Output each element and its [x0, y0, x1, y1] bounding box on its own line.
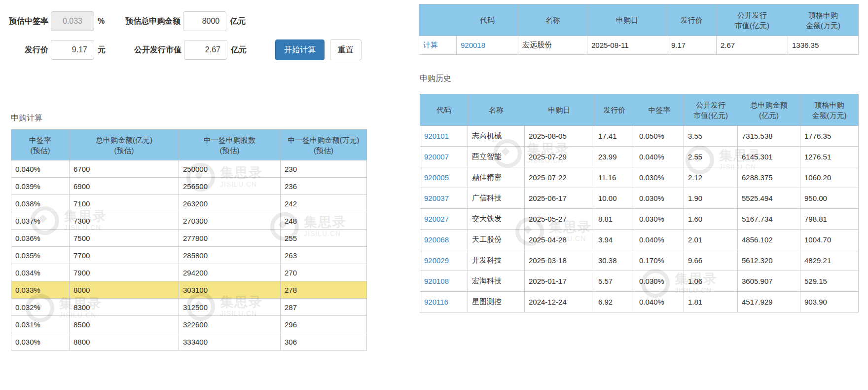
cell: 5167.734 [738, 209, 800, 230]
cell: 920068 [420, 230, 468, 250]
cell: 6145.301 [738, 147, 800, 167]
cell: 4856.102 [738, 230, 800, 250]
cell: 1.90 [684, 188, 738, 209]
table-row: 0.036%7500277800255 [11, 230, 367, 247]
cell: 1276.51 [800, 147, 859, 167]
cell: 2025-06-17 [525, 188, 594, 209]
cell: 287 [281, 299, 367, 316]
cell: 270 [281, 264, 367, 281]
column-header: 发行价 [594, 94, 635, 126]
column-header: 申购日 [525, 94, 594, 126]
total-subscription-input[interactable] [183, 11, 226, 31]
cell: 0.034% [11, 264, 70, 281]
public-mktcap-input[interactable] [184, 40, 227, 60]
cell: 920029 [420, 250, 468, 271]
cell: 920007 [420, 147, 468, 167]
column-header: 中签率(预估) [11, 130, 70, 160]
public-mktcap-suffix: 亿元 [231, 45, 247, 55]
cell: 4829.21 [800, 250, 859, 271]
cell: 322600 [179, 316, 281, 333]
ipo-calculator-page: 预估中签率 % 预估总申购金额 亿元 发行价 元 公开发行市值 亿元 开始计算 … [0, 0, 868, 390]
cell: 2.55 [684, 147, 738, 167]
cell: 242 [281, 195, 367, 212]
cell: 9.17 [667, 36, 717, 55]
column-header: 中一签申购股数(预估) [179, 130, 281, 160]
table-row: 920101志高机械2025-08-0517.410.050%3.557315.… [420, 126, 859, 147]
cell: 5.57 [594, 271, 635, 292]
stock-code-link[interactable]: 920029 [424, 256, 449, 265]
cell: 6700 [70, 160, 179, 178]
reset-button[interactable]: 重置 [330, 39, 362, 60]
cell: 酉立智能 [468, 147, 525, 167]
cell: 计算 [419, 36, 457, 55]
cell: 1060.20 [800, 167, 859, 188]
cell: 2.12 [684, 167, 738, 188]
cell: 天工股份 [468, 230, 525, 250]
table-row: 920068天工股份2025-04-283.940.040%2.014856.1… [420, 230, 859, 250]
stock-code-link[interactable]: 920005 [424, 173, 449, 182]
column-header [419, 4, 457, 36]
subscription-calc-table: 中签率(预估)总申购金额(亿元)(预估)中一签申购股数(预估)中一签申购金额(万… [11, 129, 367, 351]
win-rate-input[interactable] [51, 11, 94, 31]
cell: 920005 [420, 167, 468, 188]
cell: 11.16 [594, 167, 635, 188]
stock-code-link[interactable]: 920037 [424, 194, 449, 202]
stock-code-link[interactable]: 920116 [424, 298, 448, 306]
cell: 0.040% [635, 292, 684, 312]
table-row: 0.039%6900256500236 [11, 178, 367, 195]
calc-section-title: 申购计算 [11, 113, 42, 123]
cell: 250000 [179, 160, 281, 178]
cell: 17.41 [594, 126, 635, 147]
cell: 志高机械 [468, 126, 525, 147]
header-row: 代码名称申购日发行价中签率公开发行市值(亿元)总申购金额(亿元)顶格申购金额(万… [420, 94, 859, 126]
cell: 294200 [179, 264, 281, 281]
table-row: 0.037%7300270300248 [11, 212, 367, 230]
total-subscription-label: 预估总申购金额 [115, 16, 181, 27]
table-row: 920029开发科技2025-03-1830.380.170%9.665612.… [420, 250, 859, 271]
cell: 285800 [179, 247, 281, 264]
cell: 0.040% [635, 147, 684, 167]
stock-code-link[interactable]: 920027 [424, 215, 449, 223]
cell: 263200 [179, 195, 281, 212]
cell: 3.55 [684, 126, 738, 147]
cell: 1.81 [684, 292, 738, 312]
cell: 星图测控 [468, 292, 525, 312]
cell: 鼎佳精密 [468, 167, 525, 188]
cell: 0.040% [11, 160, 70, 178]
column-header: 名称 [518, 4, 587, 36]
cell: 1.06 [684, 271, 738, 292]
cell: 248 [281, 212, 367, 230]
win-rate-label: 预估中签率 [7, 16, 48, 27]
issue-price-input[interactable] [51, 40, 94, 60]
cell: 2025-08-05 [525, 126, 594, 147]
table-row: 920005鼎佳精密2025-07-2211.160.030%2.126288.… [420, 167, 859, 188]
column-header: 名称 [468, 94, 525, 126]
calculate-button[interactable]: 开始计算 [275, 39, 325, 60]
cell: 0.030% [635, 209, 684, 230]
cell: 7300 [70, 212, 179, 230]
stock-code-link[interactable]: 920068 [424, 235, 449, 244]
cell: 0.040% [635, 230, 684, 250]
header-row: 代码名称申购日发行价公开发行市值(亿元)顶格申购金额(万元) [419, 4, 859, 36]
column-header: 顶格申购金额(万元) [788, 4, 859, 36]
cell: 2025-05-27 [525, 209, 594, 230]
cell: 920116 [420, 292, 468, 312]
table-row: 0.038%7100263200242 [11, 195, 367, 212]
cell: 开发科技 [468, 250, 525, 271]
calc-link[interactable]: 计算 [423, 40, 438, 49]
column-header: 代码 [457, 4, 518, 36]
table-row: 0.033%8000303100278 [11, 281, 367, 299]
public-mktcap-label: 公开发行市值 [116, 45, 181, 55]
cell: 宏远股份 [518, 36, 587, 55]
cell: 2.01 [684, 230, 738, 250]
stock-code-link[interactable]: 920101 [424, 132, 449, 140]
cell: 6900 [70, 178, 179, 195]
stock-code-link[interactable]: 920007 [424, 153, 449, 161]
cell: 9.66 [684, 250, 738, 271]
stock-code-link[interactable]: 920018 [461, 41, 485, 49]
cell: 0.035% [11, 247, 70, 264]
column-header: 总申购金额(亿元) [738, 94, 800, 126]
win-rate-suffix: % [98, 17, 105, 26]
cell: 宏海科技 [468, 271, 525, 292]
stock-code-link[interactable]: 920108 [424, 277, 449, 285]
